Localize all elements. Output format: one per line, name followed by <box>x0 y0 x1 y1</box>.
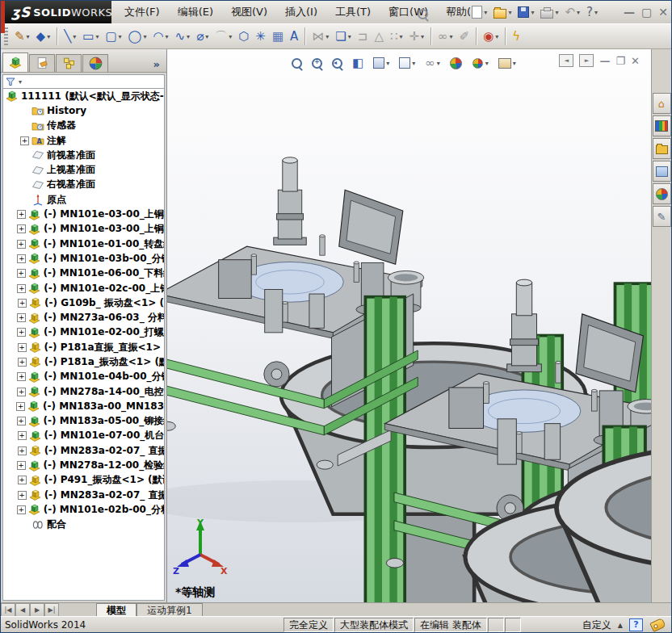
spline-dropdown-arrow[interactable]: ▾ <box>187 33 190 40</box>
tree-item[interactable]: +(-) MN101e-03b-00_分铜片组 <box>3 251 164 266</box>
file-explorer-button[interactable] <box>653 138 671 159</box>
expand-toggle[interactable]: + <box>17 224 26 233</box>
new-dropdown-arrow[interactable]: ▾ <box>484 9 487 16</box>
doc-close-button[interactable]: ✕ <box>631 55 640 67</box>
ellipse-button[interactable]: ⌀▾ <box>193 25 212 48</box>
straight-slot-dropdown-arrow[interactable]: ▾ <box>119 33 122 40</box>
sketch-button[interactable]: ✎▾ <box>11 25 33 48</box>
instant2d-button[interactable]: ϟ <box>509 25 523 48</box>
expand-toggle[interactable]: + <box>20 136 29 145</box>
tab-propertymanager[interactable] <box>29 54 55 72</box>
tree-item[interactable]: +(-) MN278a-12-00_检验组<1> <box>3 458 164 472</box>
sketch-fillet-button[interactable]: ⌒▾ <box>212 25 235 48</box>
tree-item[interactable]: 前视基准面 <box>3 148 164 162</box>
tree-item[interactable]: +(-) G109b_ 振动盘<1> (默认 <box>3 296 164 310</box>
tab-motion-study[interactable]: 运动算例1 <box>136 603 203 617</box>
apply-scene-dropdown-arrow[interactable]: ▾ <box>485 60 489 67</box>
design-library-button[interactable] <box>653 115 671 136</box>
tree-item[interactable]: +(-) MN101e-04b-00_分铜片组 <box>3 370 164 384</box>
hide-show-items-button[interactable]: ∞▾ <box>422 52 443 73</box>
print-button[interactable]: ▾ <box>538 2 561 22</box>
tab-model[interactable]: 模型 <box>96 603 136 617</box>
tree-item[interactable]: 上视基准面 <box>3 162 164 177</box>
offset-entities-button[interactable]: ⊐ <box>355 25 372 48</box>
menu-item-4[interactable]: 工具(T) <box>326 1 380 23</box>
expand-toggle[interactable]: + <box>18 343 27 352</box>
view-settings-dropdown-arrow[interactable]: ▾ <box>513 60 516 67</box>
tree-item[interactable]: +(-) MN101e-01-00_转盘组<1> <box>3 237 164 251</box>
appearances-button[interactable] <box>653 183 671 204</box>
straight-slot-button[interactable]: ▢▾ <box>102 25 124 48</box>
tree-root-item[interactable]: 111111 (默认<默认_显示状态-1 <box>3 89 164 103</box>
edit-appearance-button[interactable] <box>447 52 465 73</box>
expand-toggle[interactable]: + <box>17 328 26 337</box>
view-settings-button[interactable]: ▾ <box>495 52 519 73</box>
pane-split-right-button[interactable]: ► <box>579 54 594 67</box>
view-palette-button[interactable] <box>653 161 671 182</box>
menu-item-0[interactable]: 文件(F) <box>116 1 169 23</box>
tree-item[interactable]: +(-) MN183a-00_MN183铆接机< <box>3 399 164 413</box>
expand-toggle[interactable]: + <box>17 505 26 514</box>
expand-toggle[interactable]: + <box>17 461 26 470</box>
status-customize[interactable]: 自定义 <box>578 618 616 632</box>
move-entities-dropdown-arrow[interactable]: ▾ <box>421 33 424 40</box>
text-button[interactable]: A <box>287 25 301 48</box>
tree-item[interactable]: +(-) P181a_振动盘<1> (默认< <box>3 354 164 369</box>
tree-item[interactable]: +(-) P491_振动盘<1> (默认<< <box>3 473 164 488</box>
undo-button[interactable]: ↶▾ <box>562 2 582 22</box>
tab-displaymanager[interactable] <box>82 54 108 72</box>
display-style-dropdown-arrow[interactable]: ▾ <box>412 60 415 67</box>
convert-entities-button[interactable]: ❏▾ <box>332 25 354 48</box>
mirror-entities-button[interactable]: ⋈▾ <box>309 25 332 48</box>
tree-item[interactable]: +(-) MN101e-02-00_打螺丝组< <box>3 325 164 340</box>
zoom-to-fit-button[interactable] <box>288 52 305 73</box>
quick-tips-icon[interactable]: ? <box>629 618 643 631</box>
point-button[interactable]: ✳ <box>252 25 269 48</box>
line-dropdown-arrow[interactable]: ▾ <box>73 33 76 40</box>
tree-item[interactable]: +(-) MN283a-02-07_ 直振底板 <box>3 443 164 458</box>
expand-toggle[interactable]: + <box>18 299 27 308</box>
help-button[interactable]: ?▾ <box>584 2 600 22</box>
section-view-button[interactable]: ◧ <box>349 52 367 73</box>
tree-item[interactable]: 右视基准面 <box>3 178 164 192</box>
tree-item[interactable]: 配合 <box>3 518 164 532</box>
doc-minimize-button[interactable]: — <box>599 55 610 67</box>
line-button[interactable]: ╲▾ <box>61 25 79 48</box>
sketch-dropdown-arrow[interactable]: ▾ <box>27 33 30 40</box>
expand-toggle[interactable]: + <box>18 431 27 440</box>
apply-scene-button[interactable]: ▾ <box>468 52 492 73</box>
print-dropdown-arrow[interactable]: ▾ <box>555 9 558 16</box>
linear-sketch-pattern-dropdown-arrow[interactable]: ▾ <box>399 33 402 40</box>
expand-toggle[interactable]: + <box>17 372 26 381</box>
expand-toggle[interactable]: + <box>17 284 26 293</box>
quick-snaps-dropdown-arrow[interactable]: ▾ <box>495 33 498 40</box>
tree-item[interactable]: +(-) MN101e-02b-00_分料组<1 <box>3 502 164 517</box>
polygon-button[interactable]: ⬡ <box>235 25 252 48</box>
view-orientation-button[interactable]: ▾ <box>370 52 393 73</box>
pane-split-left-button[interactable]: ◄ <box>559 54 573 67</box>
hide-show-items-dropdown-arrow[interactable]: ▾ <box>437 60 440 67</box>
menu-item-1[interactable]: 编辑(E) <box>169 1 222 23</box>
tree-item[interactable]: +(-) MN183a-05-00_铆接组<1> <box>3 414 164 429</box>
undo-dropdown-arrow[interactable]: ▾ <box>577 9 580 16</box>
expand-toggle[interactable]: + <box>17 388 26 396</box>
corner-rectangle-button[interactable]: ▭▾ <box>79 25 102 48</box>
tree-item[interactable]: +(-) MN273a-06-03_ 分料斗<1 <box>3 310 164 325</box>
view-orientation-dropdown-arrow[interactable]: ▾ <box>386 60 389 67</box>
tree-item[interactable]: +(-) MN101e-02c-00_上铜柱组 <box>3 281 164 296</box>
home-button[interactable]: ⌂ <box>653 93 671 114</box>
corner-rectangle-dropdown-arrow[interactable]: ▾ <box>95 33 99 40</box>
tree-item[interactable]: +注解 <box>3 133 164 148</box>
display-relations-button[interactable]: ∞▾ <box>435 25 456 48</box>
search-icon[interactable] <box>418 7 428 23</box>
panel-overflow-chevron[interactable]: » <box>153 58 165 72</box>
smart-dimension-dropdown-arrow[interactable]: ▾ <box>47 33 50 40</box>
graphics-area[interactable]: ◧▾▾∞▾▾▾ ◄►—❐✕ Y X Z *等轴测 <box>166 49 651 602</box>
expand-toggle[interactable]: + <box>16 402 25 411</box>
smart-dimension-button[interactable]: ◆▾ <box>33 25 54 48</box>
tree-item[interactable]: 原点 <box>3 192 164 207</box>
display-relations-dropdown-arrow[interactable]: ▾ <box>450 33 453 40</box>
tree-item[interactable]: 传感器 <box>3 119 164 133</box>
circle-button[interactable]: ◯▾ <box>125 25 150 48</box>
expand-toggle[interactable]: + <box>18 491 27 500</box>
